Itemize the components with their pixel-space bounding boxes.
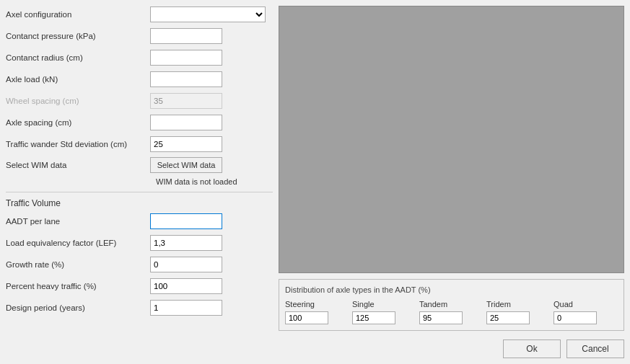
right-panel: Distribution of axle types in the AADT (… — [279, 6, 624, 358]
dist-col-quad: Quad — [554, 300, 618, 324]
quad-label: Quad — [554, 300, 573, 308]
axle-spacing-label: Axle spacing (cm) — [6, 118, 150, 127]
traffic-wander-label: Traffic wander Std deviation (cm) — [6, 140, 150, 148]
tandem-label: Tandem — [419, 300, 447, 308]
dist-col-steering: Steering — [285, 300, 349, 324]
lef-input[interactable] — [150, 235, 222, 251]
distribution-box: Distribution of axle types in the AADT (… — [279, 279, 624, 331]
select-wim-label: Select WIM data — [6, 161, 150, 169]
single-label: Single — [352, 300, 375, 308]
wheel-spacing-row: Wheel spacing (cm) — [6, 92, 273, 110]
contact-pressure-input[interactable] — [150, 28, 222, 44]
traffic-wander-row: Traffic wander Std deviation (cm) — [6, 136, 273, 153]
steering-label: Steering — [285, 300, 315, 308]
contact-pressure-row: Contanct pressure (kPa) — [6, 27, 273, 45]
design-period-row: Design period (years) — [6, 299, 273, 316]
ok-button[interactable]: Ok — [503, 339, 561, 358]
aadt-input[interactable] — [150, 213, 222, 229]
select-wim-button[interactable]: Select WIM data — [150, 157, 222, 173]
axel-config-row: Axel configuration — [6, 6, 273, 23]
dist-col-tandem: Tandem — [419, 300, 484, 324]
tridem-label: Tridem — [486, 300, 511, 308]
cancel-button[interactable]: Cancel — [566, 339, 624, 358]
lef-row: Load equivalency factor (LEF) — [6, 234, 273, 252]
growth-rate-label: Growth rate (%) — [6, 260, 150, 269]
percent-heavy-label: Percent heavy traffic (%) — [6, 282, 150, 290]
traffic-volume-title: Traffic Volume — [6, 198, 273, 208]
percent-heavy-row: Percent heavy traffic (%) — [6, 278, 273, 295]
main-container: Axel configuration Contanct pressure (kP… — [0, 0, 630, 364]
steering-input[interactable] — [285, 311, 328, 324]
aadt-row: AADT per lane — [6, 213, 273, 230]
wim-status-row: WIM data is not loaded — [6, 177, 273, 186]
traffic-wander-input[interactable] — [150, 136, 222, 152]
percent-heavy-input[interactable] — [150, 278, 222, 294]
wheel-spacing-label: Wheel spacing (cm) — [6, 97, 150, 105]
wheel-spacing-input — [150, 93, 222, 109]
design-period-label: Design period (years) — [6, 303, 150, 312]
canvas-area — [279, 6, 624, 273]
distribution-cols: Steering Single Tandem Tridem — [285, 300, 618, 324]
axle-load-input[interactable] — [150, 71, 222, 87]
tridem-input[interactable] — [486, 311, 530, 324]
bottom-buttons: Ok Cancel — [279, 339, 624, 358]
contact-pressure-label: Contanct pressure (kPa) — [6, 32, 150, 40]
wim-row: Select WIM data Select WIM data — [6, 157, 273, 173]
contact-radius-input[interactable] — [150, 50, 222, 66]
distribution-title: Distribution of axle types in the AADT (… — [285, 285, 618, 294]
lef-label: Load equivalency factor (LEF) — [6, 239, 150, 247]
axel-config-label: Axel configuration — [6, 10, 150, 19]
wim-status-text: WIM data is not loaded — [156, 177, 237, 186]
dist-col-single: Single — [352, 300, 416, 324]
separator — [6, 192, 273, 192]
single-input[interactable] — [352, 311, 395, 324]
design-period-input[interactable] — [150, 300, 222, 316]
aadt-label: AADT per lane — [6, 217, 150, 226]
axle-spacing-row: Axle spacing (cm) — [6, 114, 273, 131]
tandem-input[interactable] — [419, 311, 463, 324]
axle-load-row: Axle load (kN) — [6, 71, 273, 88]
quad-input[interactable] — [554, 311, 597, 324]
growth-rate-input[interactable] — [150, 257, 222, 272]
axle-load-label: Axle load (kN) — [6, 75, 150, 84]
axle-spacing-input[interactable] — [150, 115, 222, 130]
growth-rate-row: Growth rate (%) — [6, 256, 273, 273]
contact-radius-label: Contanct radius (cm) — [6, 53, 150, 62]
dist-col-tridem: Tridem — [486, 300, 551, 324]
left-panel: Axel configuration Contanct pressure (kP… — [6, 6, 273, 358]
axel-config-select[interactable] — [150, 6, 266, 22]
contact-radius-row: Contanct radius (cm) — [6, 49, 273, 66]
